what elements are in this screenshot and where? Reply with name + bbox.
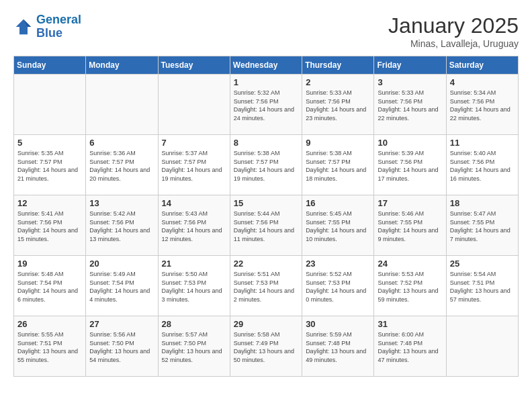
cell-content: Sunrise: 5:40 AM Sunset: 7:56 PM Dayligh… <box>450 149 515 183</box>
calendar-cell: 1Sunrise: 5:32 AM Sunset: 7:56 PM Daylig… <box>230 75 302 135</box>
cell-content: Sunrise: 5:46 AM Sunset: 7:55 PM Dayligh… <box>378 210 442 243</box>
cell-content: Sunrise: 5:45 AM Sunset: 7:55 PM Dayligh… <box>306 210 370 243</box>
cell-content: Sunrise: 5:58 AM Sunset: 7:49 PM Dayligh… <box>234 330 298 364</box>
calendar-cell: 27Sunrise: 5:56 AM Sunset: 7:50 PM Dayli… <box>86 316 158 377</box>
cell-content: Sunrise: 5:54 AM Sunset: 7:51 PM Dayligh… <box>450 270 515 304</box>
day-header-sunday: Sunday <box>14 56 86 75</box>
day-number: 20 <box>89 259 154 269</box>
cell-content: Sunrise: 5:50 AM Sunset: 7:53 PM Dayligh… <box>162 270 226 304</box>
calendar-cell: 20Sunrise: 5:49 AM Sunset: 7:54 PM Dayli… <box>86 256 158 316</box>
day-header-monday: Monday <box>86 56 158 75</box>
day-number: 12 <box>17 198 82 208</box>
title-block: January 2025 Minas, Lavalleja, Uruguay <box>388 13 519 49</box>
day-header-friday: Friday <box>374 56 446 75</box>
calendar-cell: 24Sunrise: 5:53 AM Sunset: 7:52 PM Dayli… <box>374 256 446 316</box>
day-number: 4 <box>450 77 515 87</box>
cell-content: Sunrise: 5:33 AM Sunset: 7:56 PM Dayligh… <box>306 89 370 122</box>
day-number: 28 <box>162 319 226 329</box>
cell-content: Sunrise: 5:37 AM Sunset: 7:57 PM Dayligh… <box>162 149 226 183</box>
cell-content: Sunrise: 5:48 AM Sunset: 7:54 PM Dayligh… <box>17 270 82 304</box>
cell-content: Sunrise: 5:57 AM Sunset: 7:50 PM Dayligh… <box>162 330 226 364</box>
calendar-cell: 23Sunrise: 5:52 AM Sunset: 7:53 PM Dayli… <box>302 256 374 316</box>
calendar-week-row: 1Sunrise: 5:32 AM Sunset: 7:56 PM Daylig… <box>14 75 519 135</box>
cell-content: Sunrise: 5:36 AM Sunset: 7:57 PM Dayligh… <box>89 149 154 183</box>
calendar-cell <box>158 75 230 135</box>
cell-content: Sunrise: 5:33 AM Sunset: 7:56 PM Dayligh… <box>378 89 442 122</box>
day-number: 21 <box>162 259 226 269</box>
day-number: 31 <box>378 319 442 329</box>
day-number: 6 <box>89 138 154 148</box>
calendar-week-row: 5Sunrise: 5:35 AM Sunset: 7:57 PM Daylig… <box>14 135 519 195</box>
day-number: 8 <box>234 138 298 148</box>
cell-content: Sunrise: 5:39 AM Sunset: 7:56 PM Dayligh… <box>378 149 442 183</box>
cell-content: Sunrise: 5:38 AM Sunset: 7:57 PM Dayligh… <box>234 149 298 183</box>
cell-content: Sunrise: 5:34 AM Sunset: 7:56 PM Dayligh… <box>450 89 515 122</box>
calendar-week-row: 12Sunrise: 5:41 AM Sunset: 7:56 PM Dayli… <box>14 195 519 256</box>
cell-content: Sunrise: 5:56 AM Sunset: 7:50 PM Dayligh… <box>89 330 154 364</box>
cell-content: Sunrise: 5:41 AM Sunset: 7:56 PM Dayligh… <box>17 210 82 243</box>
logo: General Blue <box>13 13 81 40</box>
calendar-cell: 29Sunrise: 5:58 AM Sunset: 7:49 PM Dayli… <box>230 316 302 377</box>
day-number: 5 <box>17 138 82 148</box>
day-number: 3 <box>378 77 442 87</box>
day-number: 26 <box>17 319 82 329</box>
calendar-cell <box>446 316 518 377</box>
cell-content: Sunrise: 5:59 AM Sunset: 7:48 PM Dayligh… <box>306 330 370 364</box>
cell-content: Sunrise: 6:00 AM Sunset: 7:48 PM Dayligh… <box>378 330 442 364</box>
day-number: 23 <box>306 259 370 269</box>
calendar-cell: 8Sunrise: 5:38 AM Sunset: 7:57 PM Daylig… <box>230 135 302 195</box>
calendar-cell: 19Sunrise: 5:48 AM Sunset: 7:54 PM Dayli… <box>14 256 86 316</box>
calendar-cell: 12Sunrise: 5:41 AM Sunset: 7:56 PM Dayli… <box>14 195 86 256</box>
calendar-cell: 25Sunrise: 5:54 AM Sunset: 7:51 PM Dayli… <box>446 256 518 316</box>
calendar-cell: 11Sunrise: 5:40 AM Sunset: 7:56 PM Dayli… <box>446 135 518 195</box>
day-header-tuesday: Tuesday <box>158 56 230 75</box>
calendar-cell: 14Sunrise: 5:43 AM Sunset: 7:56 PM Dayli… <box>158 195 230 256</box>
page-header: General Blue January 2025 Minas, Lavalle… <box>13 13 519 49</box>
cell-content: Sunrise: 5:52 AM Sunset: 7:53 PM Dayligh… <box>306 270 370 304</box>
calendar-cell: 7Sunrise: 5:37 AM Sunset: 7:57 PM Daylig… <box>158 135 230 195</box>
calendar-cell: 6Sunrise: 5:36 AM Sunset: 7:57 PM Daylig… <box>86 135 158 195</box>
calendar-cell: 26Sunrise: 5:55 AM Sunset: 7:51 PM Dayli… <box>14 316 86 377</box>
day-number: 22 <box>234 259 298 269</box>
calendar-cell: 18Sunrise: 5:47 AM Sunset: 7:55 PM Dayli… <box>446 195 518 256</box>
calendar-week-row: 26Sunrise: 5:55 AM Sunset: 7:51 PM Dayli… <box>14 316 519 377</box>
calendar-cell: 15Sunrise: 5:44 AM Sunset: 7:56 PM Dayli… <box>230 195 302 256</box>
day-number: 7 <box>162 138 226 148</box>
calendar-cell: 5Sunrise: 5:35 AM Sunset: 7:57 PM Daylig… <box>14 135 86 195</box>
calendar-cell: 17Sunrise: 5:46 AM Sunset: 7:55 PM Dayli… <box>374 195 446 256</box>
calendar-cell: 13Sunrise: 5:42 AM Sunset: 7:56 PM Dayli… <box>86 195 158 256</box>
day-number: 19 <box>17 259 82 269</box>
day-number: 27 <box>89 319 154 329</box>
day-number: 10 <box>378 138 442 148</box>
calendar-week-row: 19Sunrise: 5:48 AM Sunset: 7:54 PM Dayli… <box>14 256 519 316</box>
logo-text: General Blue <box>36 13 81 40</box>
calendar-cell: 21Sunrise: 5:50 AM Sunset: 7:53 PM Dayli… <box>158 256 230 316</box>
day-number: 1 <box>234 77 298 87</box>
day-header-wednesday: Wednesday <box>230 56 302 75</box>
day-number: 16 <box>306 198 370 208</box>
cell-content: Sunrise: 5:38 AM Sunset: 7:57 PM Dayligh… <box>306 149 370 183</box>
calendar-cell: 2Sunrise: 5:33 AM Sunset: 7:56 PM Daylig… <box>302 75 374 135</box>
calendar-table: SundayMondayTuesdayWednesdayThursdayFrid… <box>13 56 519 377</box>
location-subtitle: Minas, Lavalleja, Uruguay <box>388 38 519 49</box>
calendar-cell: 9Sunrise: 5:38 AM Sunset: 7:57 PM Daylig… <box>302 135 374 195</box>
day-number: 25 <box>450 259 515 269</box>
calendar-cell: 31Sunrise: 6:00 AM Sunset: 7:48 PM Dayli… <box>374 316 446 377</box>
day-number: 24 <box>378 259 442 269</box>
day-header-thursday: Thursday <box>302 56 374 75</box>
cell-content: Sunrise: 5:32 AM Sunset: 7:56 PM Dayligh… <box>234 89 298 122</box>
calendar-header-row: SundayMondayTuesdayWednesdayThursdayFrid… <box>14 56 519 75</box>
logo-icon <box>13 17 34 37</box>
cell-content: Sunrise: 5:43 AM Sunset: 7:56 PM Dayligh… <box>162 210 226 243</box>
day-number: 9 <box>306 138 370 148</box>
cell-content: Sunrise: 5:42 AM Sunset: 7:56 PM Dayligh… <box>89 210 154 243</box>
calendar-cell: 28Sunrise: 5:57 AM Sunset: 7:50 PM Dayli… <box>158 316 230 377</box>
day-number: 29 <box>234 319 298 329</box>
cell-content: Sunrise: 5:49 AM Sunset: 7:54 PM Dayligh… <box>89 270 154 304</box>
cell-content: Sunrise: 5:55 AM Sunset: 7:51 PM Dayligh… <box>17 330 82 364</box>
calendar-cell: 4Sunrise: 5:34 AM Sunset: 7:56 PM Daylig… <box>446 75 518 135</box>
calendar-cell: 3Sunrise: 5:33 AM Sunset: 7:56 PM Daylig… <box>374 75 446 135</box>
cell-content: Sunrise: 5:53 AM Sunset: 7:52 PM Dayligh… <box>378 270 442 304</box>
calendar-cell: 30Sunrise: 5:59 AM Sunset: 7:48 PM Dayli… <box>302 316 374 377</box>
day-number: 15 <box>234 198 298 208</box>
